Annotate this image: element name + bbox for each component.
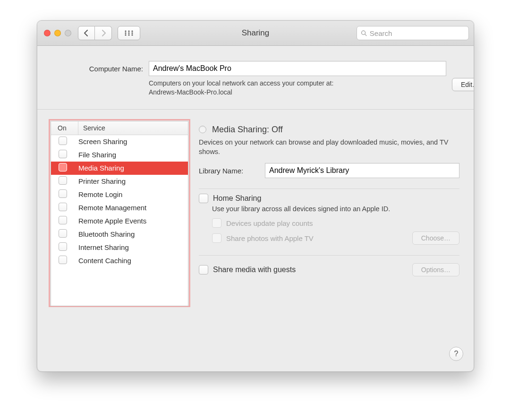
service-label: Bluetooth Sharing bbox=[78, 230, 188, 238]
svg-point-4 bbox=[128, 32, 129, 34]
search-field[interactable] bbox=[357, 26, 469, 40]
computer-name-field[interactable] bbox=[149, 61, 446, 76]
service-label: Remote Login bbox=[78, 190, 188, 198]
services-table: On Service Screen SharingFile SharingMed… bbox=[51, 121, 188, 306]
share-guests-label: Share media with guests bbox=[213, 266, 296, 274]
window-zoom-button bbox=[65, 30, 71, 36]
status-line: Media Sharing: Off bbox=[199, 125, 459, 135]
services-list: Screen SharingFile SharingMedia SharingP… bbox=[51, 135, 188, 306]
service-on-checkbox[interactable] bbox=[59, 203, 67, 211]
service-row[interactable]: Media Sharing bbox=[51, 162, 188, 175]
share-guests-checkbox[interactable]: Share media with guests bbox=[199, 265, 296, 274]
choose-photos-button: Choose… bbox=[412, 231, 459, 245]
titlebar: Sharing bbox=[37, 21, 474, 46]
grid-icon bbox=[124, 30, 134, 36]
service-label: File Sharing bbox=[78, 151, 188, 159]
nav-buttons bbox=[78, 26, 112, 40]
computer-name-label: Computer Name: bbox=[51, 65, 143, 73]
service-on-checkbox[interactable] bbox=[59, 137, 67, 145]
chevron-right-icon bbox=[101, 30, 106, 36]
nav-back-button[interactable] bbox=[78, 26, 95, 40]
share-photos-checkbox: Share photos with Apple TV bbox=[212, 233, 314, 243]
chevron-left-icon bbox=[84, 30, 89, 36]
service-on-checkbox[interactable] bbox=[59, 163, 67, 171]
service-row[interactable]: Screen Sharing bbox=[51, 135, 188, 148]
search-icon bbox=[361, 30, 367, 36]
svg-line-10 bbox=[365, 34, 366, 35]
main-area: On Service Screen SharingFile SharingMed… bbox=[37, 110, 474, 371]
service-label: Screen Sharing bbox=[78, 137, 188, 146]
guest-options-button: Options… bbox=[412, 263, 459, 276]
service-on-checkbox[interactable] bbox=[59, 176, 67, 185]
edit-hostname-button[interactable]: Edit… bbox=[452, 78, 474, 91]
service-on-checkbox[interactable] bbox=[59, 242, 67, 251]
service-label: Remote Management bbox=[78, 204, 188, 212]
service-on-checkbox[interactable] bbox=[59, 216, 67, 224]
sharing-prefpane-window: Sharing Computer Name: Computers on your… bbox=[37, 20, 474, 372]
svg-point-8 bbox=[131, 34, 133, 35]
library-name-field[interactable] bbox=[265, 163, 459, 178]
window-controls bbox=[44, 30, 71, 36]
devices-update-label: Devices update play counts bbox=[226, 219, 313, 227]
service-label: Internet Sharing bbox=[78, 243, 188, 251]
devices-update-checkbox: Devices update play counts bbox=[212, 218, 459, 228]
help-button[interactable]: ? bbox=[449, 347, 463, 361]
service-on-checkbox[interactable] bbox=[59, 229, 67, 238]
svg-point-7 bbox=[128, 34, 129, 35]
service-label: Content Caching bbox=[78, 257, 188, 265]
services-header: On Service bbox=[51, 121, 188, 135]
services-col-on[interactable]: On bbox=[51, 121, 78, 135]
svg-point-0 bbox=[125, 30, 126, 32]
computer-name-subtext: Computers on your local network can acce… bbox=[149, 79, 446, 97]
service-label: Printer Sharing bbox=[78, 177, 188, 185]
svg-point-2 bbox=[131, 30, 133, 32]
window-close-button[interactable] bbox=[44, 30, 51, 36]
detail-status-section: Media Sharing: Off Devices on your netwo… bbox=[199, 119, 459, 189]
service-label: Remote Apple Events bbox=[78, 217, 188, 225]
service-on-checkbox[interactable] bbox=[59, 189, 67, 198]
service-label: Media Sharing bbox=[78, 164, 188, 172]
status-title: Media Sharing: Off bbox=[212, 125, 283, 135]
window-minimize-button[interactable] bbox=[54, 30, 61, 36]
search-input[interactable] bbox=[370, 29, 465, 37]
service-row[interactable]: Remote Login bbox=[51, 188, 188, 201]
svg-point-5 bbox=[131, 32, 133, 34]
help-icon: ? bbox=[454, 350, 459, 358]
service-row[interactable]: Remote Management bbox=[51, 201, 188, 214]
library-name-label: Library Name: bbox=[199, 167, 260, 175]
home-sharing-section: Home Sharing Use your library across all… bbox=[199, 189, 459, 256]
service-on-checkbox[interactable] bbox=[59, 256, 67, 264]
service-row[interactable]: File Sharing bbox=[51, 148, 188, 162]
svg-point-3 bbox=[125, 32, 126, 34]
share-photos-label: Share photos with Apple TV bbox=[226, 234, 314, 242]
services-highlight: On Service Screen SharingFile SharingMed… bbox=[49, 119, 190, 307]
nav-forward-button bbox=[95, 26, 112, 40]
status-indicator-icon bbox=[199, 126, 206, 133]
home-sharing-label: Home Sharing bbox=[213, 194, 261, 203]
service-row[interactable]: Printer Sharing bbox=[51, 175, 188, 188]
service-row[interactable]: Bluetooth Sharing bbox=[51, 228, 188, 241]
services-col-service[interactable]: Service bbox=[78, 121, 188, 135]
svg-point-1 bbox=[128, 30, 129, 32]
service-detail-pane: Media Sharing: Off Devices on your netwo… bbox=[190, 119, 464, 362]
share-guests-section: Share media with guests Options… bbox=[199, 256, 459, 287]
service-row[interactable]: Internet Sharing bbox=[51, 241, 188, 254]
computer-name-section: Computer Name: Computers on your local n… bbox=[37, 46, 474, 110]
show-all-button[interactable] bbox=[118, 26, 140, 40]
service-row[interactable]: Remote Apple Events bbox=[51, 214, 188, 228]
service-on-checkbox[interactable] bbox=[59, 150, 67, 158]
home-sharing-description: Use your library across all devices sign… bbox=[212, 205, 459, 213]
service-row[interactable]: Content Caching bbox=[51, 254, 188, 267]
status-description: Devices on your network can browse and p… bbox=[199, 137, 459, 157]
home-sharing-checkbox[interactable]: Home Sharing bbox=[199, 194, 459, 203]
svg-point-6 bbox=[125, 34, 126, 35]
